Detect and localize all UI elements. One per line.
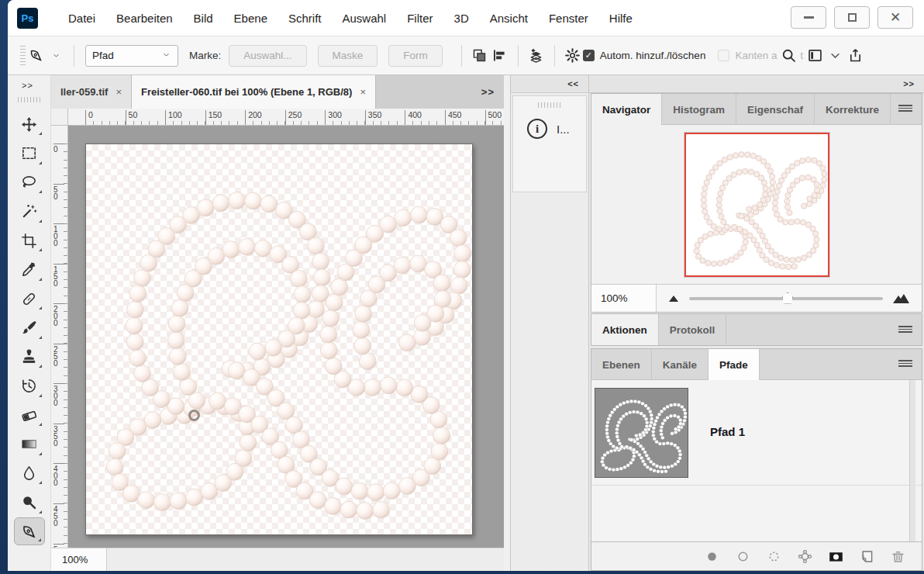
add-mask-icon[interactable] <box>828 548 844 565</box>
paths-scrollbar[interactable] <box>909 380 915 541</box>
form-button[interactable]: Form <box>388 45 443 67</box>
tools-collapse-icon[interactable]: >> <box>8 75 50 95</box>
tab-korrekture[interactable]: Korrekture <box>815 94 891 125</box>
navigator-panel-group: NavigatorHistogramEigenschafKorrekture 1… <box>591 93 922 313</box>
zoom-out-icon[interactable] <box>667 292 680 304</box>
lasso-tool[interactable] <box>14 168 45 196</box>
menu-ansicht[interactable]: Ansicht <box>490 12 528 25</box>
document-tab-freisteller-060-tif-bei-100-ebene-1-rgb-8[interactable]: Freisteller-060.tif bei 100% (Ebene 1, R… <box>132 75 376 109</box>
history-brush-tool[interactable] <box>14 372 45 400</box>
path-list-item[interactable]: Pfad 1 <box>591 380 922 486</box>
ruler-label: 450 <box>445 110 462 126</box>
tab-ebenen[interactable]: Ebenen <box>591 349 652 380</box>
path-alignment-icon[interactable] <box>490 46 510 66</box>
menu-schrift[interactable]: Schrift <box>288 12 322 25</box>
share-icon[interactable] <box>845 46 865 66</box>
eyedropper-tool[interactable] <box>14 256 45 284</box>
tab-close-icon[interactable]: × <box>360 86 366 98</box>
fill-path-icon[interactable] <box>704 548 720 565</box>
menu-bearbeiten[interactable]: Bearbeiten <box>116 12 173 25</box>
tab-close-icon[interactable]: × <box>116 86 122 98</box>
marquee-tool[interactable] <box>14 140 45 168</box>
navigator-panel-menu-icon[interactable] <box>898 105 912 113</box>
path-operations-icon[interactable] <box>470 46 490 66</box>
tab-histogram[interactable]: Histogram <box>662 94 736 125</box>
menu-ebene[interactable]: Ebene <box>234 12 267 25</box>
chevron-down-icon[interactable] <box>825 46 845 66</box>
menu-hilfe[interactable]: Hilfe <box>609 12 633 25</box>
edges-checkbox[interactable] <box>718 50 729 61</box>
auto-add-delete-checkbox[interactable]: ✓ <box>583 50 595 61</box>
paths-panel-menu-icon[interactable] <box>898 360 912 368</box>
marke-label: Marke: <box>189 50 221 61</box>
healing-tool[interactable] <box>14 285 45 313</box>
maske-button[interactable]: Maske <box>318 45 378 67</box>
lasso-icon <box>20 174 38 192</box>
dock-collapse-icon[interactable]: >> <box>589 75 924 93</box>
horizontal-ruler[interactable]: 050100150200250300350400450500 <box>68 109 504 126</box>
tool-mode-select[interactable]: Pfad <box>85 45 178 67</box>
status-zoom-field[interactable]: 100% <box>51 548 107 571</box>
new-path-icon[interactable] <box>859 548 875 565</box>
menu-3d[interactable]: 3D <box>454 12 469 25</box>
tab-aktionen[interactable]: Aktionen <box>591 314 659 345</box>
document-tab-ller-059-tif[interactable]: ller-059.tif× <box>51 75 132 109</box>
ruler-label: 200 <box>245 110 262 126</box>
blur-tool[interactable] <box>14 459 45 487</box>
search-icon[interactable] <box>778 46 798 66</box>
options-grip[interactable] <box>20 46 26 66</box>
navigator-preview[interactable] <box>684 133 829 277</box>
pen-tool[interactable] <box>14 517 45 545</box>
strip-grip[interactable] <box>538 102 561 108</box>
tab-navigator[interactable]: Navigator <box>591 94 662 125</box>
vertical-ruler[interactable]: 05 01 0 01 5 02 0 02 5 03 0 03 5 04 0 04… <box>51 126 68 548</box>
load-selection-icon[interactable] <box>766 548 782 565</box>
brush-tool[interactable] <box>14 314 45 342</box>
menu-bild[interactable]: Bild <box>194 12 213 25</box>
delete-path-icon[interactable] <box>890 548 906 565</box>
zoom-slider-handle[interactable] <box>782 292 793 304</box>
tab-kanäle[interactable]: Kanäle <box>652 349 709 380</box>
ruler-corner[interactable] <box>51 109 68 126</box>
zoom-in-icon[interactable] <box>892 292 911 305</box>
tab-eigenschaf[interactable]: Eigenschaf <box>736 94 815 125</box>
navigator-zoom-slider[interactable] <box>689 297 883 300</box>
menu-auswahl[interactable]: Auswahl <box>343 12 387 25</box>
magic-wand-tool[interactable] <box>14 198 45 226</box>
info-panel-button[interactable]: i I... <box>513 119 586 139</box>
gear-icon[interactable] <box>563 46 583 66</box>
maximize-button[interactable] <box>834 6 870 29</box>
strip-collapse-icon[interactable]: << <box>511 75 588 93</box>
actions-panel-menu-icon[interactable] <box>898 326 912 334</box>
dodge-tool[interactable] <box>14 489 45 517</box>
tab-overflow-icon[interactable]: >> <box>472 86 504 98</box>
move-tool[interactable] <box>14 110 45 138</box>
navigator-zoom-field[interactable]: 100% <box>591 285 657 312</box>
work-path-icon[interactable] <box>797 548 813 565</box>
crop-tool[interactable] <box>14 226 45 254</box>
tab-pfade[interactable]: Pfade <box>709 349 760 380</box>
canvas-viewport[interactable] <box>68 126 504 548</box>
clone-stamp-tool[interactable] <box>14 343 45 371</box>
path-thumbnail[interactable] <box>595 388 688 478</box>
move-icon <box>20 116 38 133</box>
auswahl-button[interactable]: Auswahl... <box>229 45 306 67</box>
eraser-tool[interactable] <box>14 401 45 429</box>
menu-filter[interactable]: Filter <box>407 12 433 25</box>
path-item-label: Pfad 1 <box>710 425 745 438</box>
stroke-path-icon[interactable] <box>735 548 751 565</box>
workspace-icon[interactable] <box>805 46 825 66</box>
menu-fenster[interactable]: Fenster <box>549 12 588 25</box>
path-arrangement-icon[interactable] <box>526 46 546 66</box>
window-controls: ✕ <box>791 6 913 29</box>
close-button[interactable]: ✕ <box>877 6 913 29</box>
menu-datei[interactable]: Datei <box>68 12 95 25</box>
tab-protokoll[interactable]: Protokoll <box>659 314 727 345</box>
gradient-tool[interactable] <box>14 430 45 458</box>
minimize-button[interactable] <box>791 6 826 29</box>
tool-preset-chevron-icon[interactable] <box>46 46 66 66</box>
canvas-image-pearl-necklace[interactable] <box>85 144 473 535</box>
pen-tool-preset-icon[interactable] <box>26 46 46 66</box>
navigator-zoom-row: 100% <box>591 284 922 312</box>
tools-grip[interactable] <box>18 97 41 102</box>
